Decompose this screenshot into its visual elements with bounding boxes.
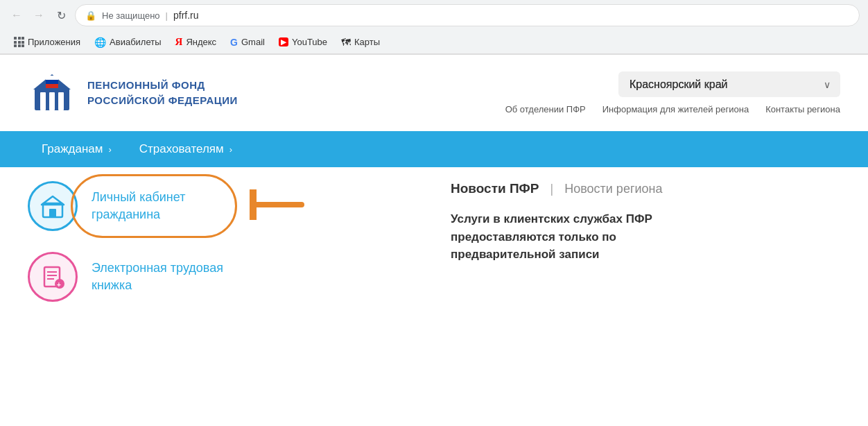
service-item-cabinet: Личный кабинет гражданина	[28, 181, 430, 231]
not-secure-text: Не защищено	[102, 10, 160, 21]
yandex-icon: Я	[175, 36, 183, 48]
news-tab-region[interactable]: Новости региона	[564, 182, 662, 196]
address-separator: |	[166, 10, 168, 21]
nav-link-zhiteli[interactable]: Информация для жителей региона	[602, 104, 749, 114]
aviabilety-icon: 🌐	[94, 37, 106, 48]
top-section: ПЕНСИОННЫЙ ФОНД РОССИЙСКОЙ ФЕДЕРАЦИИ Кра…	[0, 55, 868, 131]
left-column: Личный кабинет гражданина	[28, 181, 430, 323]
service-item-workbook: + Электронная трудовая книжка	[28, 252, 430, 302]
main-content: Личный кабинет гражданина	[0, 167, 868, 336]
nav-bar-strahovatelyam-label: Страхователям	[139, 142, 224, 156]
address-bar[interactable]: 🔒 Не защищено | pfrf.ru	[75, 4, 860, 26]
apps-icon	[14, 37, 24, 47]
bookmark-youtube[interactable]: ▶ YouTube	[273, 35, 333, 49]
arrow-indicator	[250, 189, 305, 223]
service-link-cabinet[interactable]: Личный кабинет гражданина	[92, 189, 185, 223]
youtube-label: YouTube	[292, 37, 327, 47]
lock-icon: 🔒	[85, 10, 96, 21]
nav-bar-grazhdanam[interactable]: Гражданам ›	[28, 131, 125, 167]
svg-rect-2	[40, 92, 46, 110]
yandex-label: Яндекс	[186, 37, 216, 47]
aviabilety-label: Авиабилеты	[110, 37, 161, 47]
svg-rect-6	[46, 80, 58, 84]
logo-text: ПЕНСИОННЫЙ ФОНД РОССИЙСКОЙ ФЕДЕРАЦИИ	[87, 78, 238, 109]
google-icon: G	[230, 37, 238, 48]
back-button[interactable]: ←	[8, 7, 25, 24]
maps-label: Карты	[354, 37, 380, 47]
bookmark-aviabilety[interactable]: 🌐 Авиабилеты	[89, 35, 166, 50]
news-tab-separator: |	[550, 182, 554, 196]
right-column: Новости ПФР | Новости региона Услуги в к…	[430, 181, 840, 323]
top-nav-links: Об отделении ПФР Информация для жителей …	[505, 104, 840, 114]
news-tabs: Новости ПФР | Новости региона	[451, 181, 840, 196]
svg-rect-10	[49, 209, 56, 217]
nav-chevron-grazhdanam: ›	[108, 144, 111, 155]
bookmark-yandex[interactable]: Я Яндекс	[170, 34, 223, 50]
apps-label: Приложения	[28, 37, 80, 47]
reload-button[interactable]: ↻	[53, 7, 69, 24]
browser-chrome: ← → ↻ 🔒 Не защищено | pfrf.ru Приложения…	[0, 0, 868, 55]
service-icon-cabinet	[28, 181, 78, 231]
bookmark-apps[interactable]: Приложения	[8, 35, 86, 49]
gmail-label: Gmail	[241, 37, 265, 47]
svg-rect-7	[46, 84, 58, 88]
bookmark-gmail[interactable]: G Gmail	[225, 35, 270, 50]
region-container: Красноярский край Красноярский край	[618, 71, 840, 97]
right-section: Красноярский край Красноярский край Об о…	[505, 71, 840, 114]
nav-bar-grazhdanam-label: Гражданам	[42, 142, 103, 156]
service-link-workbook[interactable]: Электронная трудовая книжка	[92, 259, 223, 294]
bookmarks-bar: Приложения 🌐 Авиабилеты Я Яндекс G Gmail…	[0, 31, 868, 54]
forward-button[interactable]: →	[31, 7, 47, 24]
nav-bar-strahovatelyam[interactable]: Страхователям ›	[125, 131, 246, 167]
nav-chevron-strahovatelyam: ›	[229, 144, 232, 155]
nav-link-kontakty[interactable]: Контакты региона	[765, 104, 840, 114]
nav-link-otdelenie[interactable]: Об отделении ПФР	[505, 104, 586, 114]
url-text: pfrf.ru	[173, 10, 199, 21]
svg-rect-3	[49, 92, 55, 110]
youtube-icon: ▶	[279, 37, 288, 46]
news-tab-pfr[interactable]: Новости ПФР	[451, 181, 539, 196]
news-content: Услуги в клиентских службах ПФР предоста…	[451, 210, 840, 264]
logo-image	[28, 69, 76, 117]
service-icon-workbook: +	[28, 252, 78, 302]
main-nav-bar: Гражданам › Страхователям ›	[0, 131, 868, 167]
svg-text:+: +	[57, 281, 61, 289]
maps-icon: 🗺	[341, 37, 351, 48]
page-content: ПЕНСИОННЫЙ ФОНД РОССИЙСКОЙ ФЕДЕРАЦИИ Кра…	[0, 55, 868, 336]
svg-rect-4	[58, 92, 64, 110]
browser-toolbar: ← → ↻ 🔒 Не защищено | pfrf.ru	[0, 0, 868, 31]
logo-area: ПЕНСИОННЫЙ ФОНД РОССИЙСКОЙ ФЕДЕРАЦИИ	[28, 69, 238, 117]
news-headline: Услуги в клиентских службах ПФР предоста…	[451, 210, 783, 264]
svg-rect-5	[46, 76, 58, 80]
region-selector[interactable]: Красноярский край	[618, 71, 840, 97]
bookmark-maps[interactable]: 🗺 Карты	[336, 35, 385, 50]
